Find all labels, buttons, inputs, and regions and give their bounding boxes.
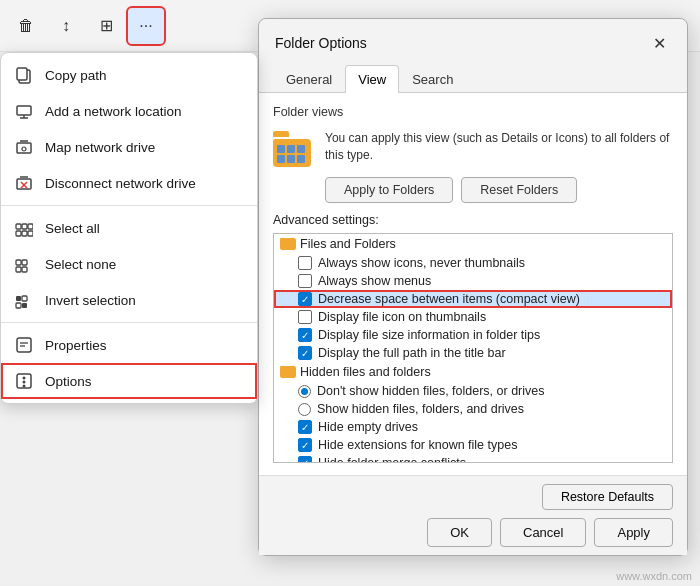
tree-item-label-dont-show-hidden: Don't show hidden files, folders, or dri… bbox=[317, 384, 545, 398]
apply-button[interactable]: Apply bbox=[594, 518, 673, 547]
more-button[interactable]: ··· bbox=[128, 8, 164, 44]
folder-views-label: Folder views bbox=[273, 105, 673, 119]
svg-rect-14 bbox=[22, 224, 27, 229]
svg-rect-22 bbox=[16, 296, 21, 301]
grid-overlay bbox=[277, 145, 305, 163]
sort-button[interactable]: ↕ bbox=[48, 8, 84, 44]
folder-shape bbox=[273, 139, 311, 167]
svg-rect-17 bbox=[28, 231, 33, 236]
properties-label: Properties bbox=[45, 338, 107, 353]
invert-selection-label: Invert selection bbox=[45, 293, 136, 308]
svg-point-7 bbox=[22, 147, 26, 151]
options-icon bbox=[15, 372, 33, 390]
view-button[interactable]: ⊞ bbox=[88, 8, 124, 44]
menu-item-select-none[interactable]: Select none bbox=[1, 246, 257, 282]
dialog-content: Folder views bbox=[259, 93, 687, 475]
dialog-footer: Restore Defaults OK Cancel Apply bbox=[259, 475, 687, 555]
tree-item-display-file-icon[interactable]: Display file icon on thumbnails bbox=[274, 308, 672, 326]
tree-item-hide-extensions[interactable]: Hide extensions for known file types bbox=[274, 436, 672, 454]
menu-item-copy-path[interactable]: Copy path bbox=[1, 57, 257, 93]
menu-item-select-all[interactable]: Select all bbox=[1, 210, 257, 246]
dialog-tabs: General View Search bbox=[259, 65, 687, 93]
checkbox-hide-extensions[interactable] bbox=[298, 438, 312, 452]
add-network-label: Add a network location bbox=[45, 104, 182, 119]
checkbox-always-menus[interactable] bbox=[298, 274, 312, 288]
tree-section-label-hidden: Hidden files and folders bbox=[300, 365, 431, 379]
tree-view[interactable]: Files and Folders Always show icons, nev… bbox=[273, 233, 673, 463]
options-label: Options bbox=[45, 374, 92, 389]
svg-rect-12 bbox=[16, 224, 21, 229]
tree-item-display-full-path[interactable]: Display the full path in the title bar bbox=[274, 344, 672, 362]
tree-item-hide-folder-merge[interactable]: Hide folder merge conflicts bbox=[274, 454, 672, 463]
tree-item-label-display-full-path: Display the full path in the title bar bbox=[318, 346, 506, 360]
checkbox-decrease-space[interactable] bbox=[298, 292, 312, 306]
invert-selection-icon bbox=[15, 291, 33, 309]
checkbox-always-icons[interactable] bbox=[298, 256, 312, 270]
tree-item-hide-empty-drives[interactable]: Hide empty drives bbox=[274, 418, 672, 436]
delete-button[interactable]: 🗑 bbox=[8, 8, 44, 44]
svg-rect-18 bbox=[16, 260, 21, 265]
folder-options-dialog: Folder Options ✕ General View Search Fol… bbox=[258, 18, 688, 556]
menu-item-properties[interactable]: Properties bbox=[1, 327, 257, 363]
dialog-title: Folder Options bbox=[275, 35, 367, 51]
tree-item-label-always-icons: Always show icons, never thumbnails bbox=[318, 256, 525, 270]
cancel-button[interactable]: Cancel bbox=[500, 518, 586, 547]
folder-views-box: You can apply this view (such as Details… bbox=[273, 127, 673, 167]
views-description: You can apply this view (such as Details… bbox=[325, 130, 673, 164]
watermark: www.wxdn.com bbox=[616, 570, 692, 582]
menu-item-options[interactable]: Options bbox=[1, 363, 257, 399]
tree-section-hidden-files: Hidden files and folders bbox=[274, 362, 672, 382]
svg-point-31 bbox=[23, 381, 26, 384]
tree-folder-icon-hidden bbox=[280, 366, 296, 378]
tree-item-decrease-space[interactable]: Decrease space between items (compact vi… bbox=[274, 290, 672, 308]
svg-rect-24 bbox=[22, 296, 27, 301]
svg-rect-26 bbox=[17, 338, 31, 352]
checkbox-display-full-path[interactable] bbox=[298, 346, 312, 360]
ok-button[interactable]: OK bbox=[427, 518, 492, 547]
svg-rect-15 bbox=[22, 231, 27, 236]
checkbox-hide-empty-drives[interactable] bbox=[298, 420, 312, 434]
dialog-action-buttons: OK Cancel Apply bbox=[273, 518, 673, 547]
tree-item-show-hidden[interactable]: Show hidden files, folders, and drives bbox=[274, 400, 672, 418]
reset-folders-button[interactable]: Reset Folders bbox=[461, 177, 577, 203]
svg-rect-19 bbox=[16, 267, 21, 272]
tree-item-label-decrease-space: Decrease space between items (compact vi… bbox=[318, 292, 580, 306]
folder-tab bbox=[273, 131, 289, 137]
tree-item-label-always-menus: Always show menus bbox=[318, 274, 431, 288]
dialog-close-button[interactable]: ✕ bbox=[645, 29, 673, 57]
radio-show-hidden[interactable] bbox=[298, 403, 311, 416]
select-none-icon bbox=[15, 255, 33, 273]
menu-item-map-drive[interactable]: Map network drive bbox=[1, 129, 257, 165]
separator-2 bbox=[1, 322, 257, 323]
svg-rect-20 bbox=[22, 260, 27, 265]
apply-to-folders-button[interactable]: Apply to Folders bbox=[325, 177, 453, 203]
svg-rect-13 bbox=[16, 231, 21, 236]
copy-path-label: Copy path bbox=[45, 68, 107, 83]
dropdown-menu: Copy path Add a network location Map net… bbox=[0, 52, 258, 404]
menu-item-disconnect-drive[interactable]: Disconnect network drive bbox=[1, 165, 257, 201]
select-none-label: Select none bbox=[45, 257, 116, 272]
restore-defaults-button[interactable]: Restore Defaults bbox=[542, 484, 673, 510]
tab-view[interactable]: View bbox=[345, 65, 399, 93]
tree-item-always-menus[interactable]: Always show menus bbox=[274, 272, 672, 290]
tree-item-label-display-file-size: Display file size information in folder … bbox=[318, 328, 540, 342]
checkbox-hide-folder-merge[interactable] bbox=[298, 456, 312, 463]
select-all-icon bbox=[15, 219, 33, 237]
menu-item-invert-selection[interactable]: Invert selection bbox=[1, 282, 257, 318]
restore-defaults-row: Restore Defaults bbox=[273, 484, 673, 510]
svg-rect-2 bbox=[17, 106, 31, 115]
svg-rect-1 bbox=[17, 68, 27, 80]
radio-dont-show-hidden[interactable] bbox=[298, 385, 311, 398]
checkbox-display-file-icon[interactable] bbox=[298, 310, 312, 324]
tab-search[interactable]: Search bbox=[399, 65, 466, 93]
tab-general[interactable]: General bbox=[273, 65, 345, 93]
menu-item-add-network[interactable]: Add a network location bbox=[1, 93, 257, 129]
tree-item-label-show-hidden: Show hidden files, folders, and drives bbox=[317, 402, 524, 416]
tree-item-always-icons[interactable]: Always show icons, never thumbnails bbox=[274, 254, 672, 272]
tree-folder-icon bbox=[280, 238, 296, 250]
disconnect-drive-icon bbox=[15, 174, 33, 192]
tree-item-label-hide-folder-merge: Hide folder merge conflicts bbox=[318, 456, 466, 463]
tree-item-display-file-size[interactable]: Display file size information in folder … bbox=[274, 326, 672, 344]
checkbox-display-file-size[interactable] bbox=[298, 328, 312, 342]
tree-item-dont-show-hidden[interactable]: Don't show hidden files, folders, or dri… bbox=[274, 382, 672, 400]
